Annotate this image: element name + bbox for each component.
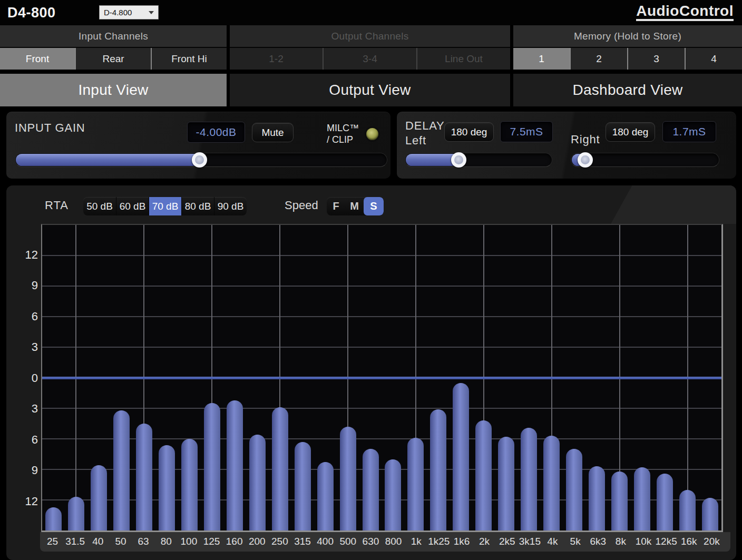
output-channels-header: Output Channels bbox=[230, 25, 510, 47]
input-channels-header: Input Channels bbox=[0, 25, 227, 47]
rta-bar bbox=[136, 424, 152, 530]
channel-groups-row: Input Channels Front Rear Front Hi Outpu… bbox=[0, 25, 742, 70]
slider-thumb[interactable] bbox=[451, 152, 466, 168]
device-select[interactable]: D-4.800 bbox=[99, 5, 159, 19]
rta-bar bbox=[340, 427, 356, 530]
rta-bar bbox=[68, 497, 84, 530]
rta-plot bbox=[41, 224, 723, 532]
input-gain-panel: INPUT GAIN -4.00dB Mute MILC™ / CLIP bbox=[6, 112, 390, 179]
rta-bar bbox=[475, 420, 492, 530]
device-select-value: D-4.800 bbox=[104, 8, 149, 17]
y-axis-tick-label: 12 bbox=[17, 248, 38, 262]
rta-label: RTA bbox=[45, 199, 69, 212]
rta-speed-label: Speed bbox=[285, 199, 318, 212]
input-channels-group: Input Channels Front Rear Front Hi bbox=[0, 25, 227, 70]
delay-right-phase-button[interactable]: 180 deg bbox=[606, 122, 655, 142]
rta-bar bbox=[498, 437, 514, 530]
y-axis-tick-label: 9 bbox=[17, 279, 38, 292]
y-axis-tick-label: 0 bbox=[17, 371, 38, 385]
rta-bar bbox=[453, 383, 469, 530]
panels-row: INPUT GAIN -4.00dB Mute MILC™ / CLIP DEL… bbox=[6, 112, 736, 179]
delay-right-slider[interactable] bbox=[571, 153, 719, 167]
rta-90db-button[interactable]: 90 dB bbox=[214, 197, 247, 215]
view-tabs: Input View Output View Dashboard View bbox=[0, 74, 742, 106]
input-gain-slider[interactable] bbox=[15, 153, 387, 167]
rta-bar bbox=[159, 445, 175, 530]
rta-bar bbox=[679, 490, 696, 530]
app-window: { "header": { "title": "D4-800", "device… bbox=[0, 0, 742, 560]
rta-bar bbox=[363, 449, 379, 530]
input-channel-rear-button[interactable]: Rear bbox=[75, 48, 151, 70]
rta-bar bbox=[249, 435, 266, 530]
milc-line1: MILC™ bbox=[327, 122, 359, 134]
input-gain-value: -4.00dB bbox=[187, 122, 245, 143]
milc-clip-led-indicator bbox=[366, 128, 378, 140]
delay-left-phase-button[interactable]: 180 deg bbox=[444, 122, 494, 142]
mute-button[interactable]: Mute bbox=[252, 123, 294, 142]
rta-80db-button[interactable]: 80 dB bbox=[181, 197, 214, 215]
memory-2-button[interactable]: 2 bbox=[570, 48, 627, 70]
rta-bar bbox=[657, 474, 673, 530]
rta-bar bbox=[113, 410, 130, 530]
rta-70db-button[interactable]: 70 dB bbox=[149, 197, 181, 215]
output-channel-line-out-button[interactable]: Line Out bbox=[416, 48, 510, 70]
rta-bar bbox=[91, 465, 107, 530]
milc-line2: / CLIP bbox=[327, 134, 359, 145]
delay-right-label: Right bbox=[571, 133, 600, 146]
delay-left-slider[interactable] bbox=[405, 153, 552, 167]
tab-output-view[interactable]: Output View bbox=[230, 74, 510, 106]
rta-speed-slow-button[interactable]: S bbox=[364, 197, 384, 215]
memory-1-button[interactable]: 1 bbox=[513, 48, 570, 70]
slider-thumb[interactable] bbox=[192, 152, 207, 168]
slider-fill bbox=[16, 154, 200, 166]
input-channel-front-button[interactable]: Front bbox=[0, 48, 75, 70]
chevron-down-icon bbox=[149, 11, 154, 14]
rta-panel: RTA 50 dB 60 dB 70 dB 80 dB 90 dB Speed … bbox=[6, 185, 736, 560]
y-axis-tick-label: 3 bbox=[17, 402, 38, 416]
page-title: D4-800 bbox=[7, 5, 56, 21]
top-bar: D4-800 D-4.800 AudioControl bbox=[0, 0, 742, 25]
rta-bar bbox=[45, 507, 62, 530]
rta-bar bbox=[566, 449, 582, 530]
input-channel-front-hi-button[interactable]: Front Hi bbox=[151, 48, 227, 70]
delay-right-value: 1.7mS bbox=[662, 121, 716, 142]
milc-clip-label: MILC™ / CLIP bbox=[327, 122, 359, 145]
memory-3-button[interactable]: 3 bbox=[627, 48, 685, 70]
rta-bar bbox=[634, 467, 650, 530]
rta-speed-fast-button[interactable]: F bbox=[327, 197, 345, 215]
y-axis-tick-label: 12 bbox=[17, 495, 38, 508]
rta-60db-button[interactable]: 60 dB bbox=[116, 197, 149, 215]
rta-x-axis-strip: 2531.54050638010012516020025031540050063… bbox=[40, 532, 730, 552]
slider-thumb[interactable] bbox=[578, 152, 593, 168]
zero-db-line bbox=[42, 377, 721, 379]
rta-bar bbox=[317, 462, 334, 530]
rta-bar bbox=[272, 407, 288, 530]
rta-speed-medium-button[interactable]: M bbox=[345, 197, 364, 215]
output-channels-group: Output Channels 1-2 3-4 Line Out bbox=[230, 25, 510, 70]
rta-bar bbox=[611, 471, 628, 530]
y-axis-tick-label: 9 bbox=[17, 464, 38, 477]
rta-bar bbox=[295, 442, 311, 530]
y-axis-tick-label: 6 bbox=[17, 310, 38, 323]
input-gain-title: INPUT GAIN bbox=[15, 121, 85, 135]
rta-bar bbox=[430, 409, 446, 530]
output-channel-1-2-button[interactable]: 1-2 bbox=[230, 48, 323, 70]
y-axis-tick-label: 6 bbox=[17, 433, 38, 447]
delay-left-label: Left bbox=[405, 134, 426, 148]
memory-4-button[interactable]: 4 bbox=[685, 48, 742, 70]
delay-panel: DELAY Left 180 deg 7.5mS Right 180 deg 1… bbox=[397, 112, 736, 179]
brand-logo: AudioControl bbox=[636, 3, 734, 21]
tab-input-view[interactable]: Input View bbox=[0, 74, 227, 106]
rta-bar bbox=[181, 439, 198, 530]
delay-title: DELAY bbox=[405, 119, 445, 133]
rta-50db-button[interactable]: 50 dB bbox=[83, 197, 116, 215]
memory-group: Memory (Hold to Store) 1 2 3 4 bbox=[513, 25, 742, 70]
x-axis-tick-label: 20k bbox=[695, 536, 728, 547]
rta-bar bbox=[521, 428, 537, 530]
slider-track bbox=[571, 153, 719, 167]
tab-dashboard-view[interactable]: Dashboard View bbox=[513, 74, 742, 106]
output-channel-3-4-button[interactable]: 3-4 bbox=[323, 48, 416, 70]
rta-db-range-group: 50 dB 60 dB 70 dB 80 dB 90 dB bbox=[83, 197, 247, 215]
rta-bar bbox=[385, 459, 401, 530]
rta-speed-group: F M S bbox=[327, 197, 384, 215]
